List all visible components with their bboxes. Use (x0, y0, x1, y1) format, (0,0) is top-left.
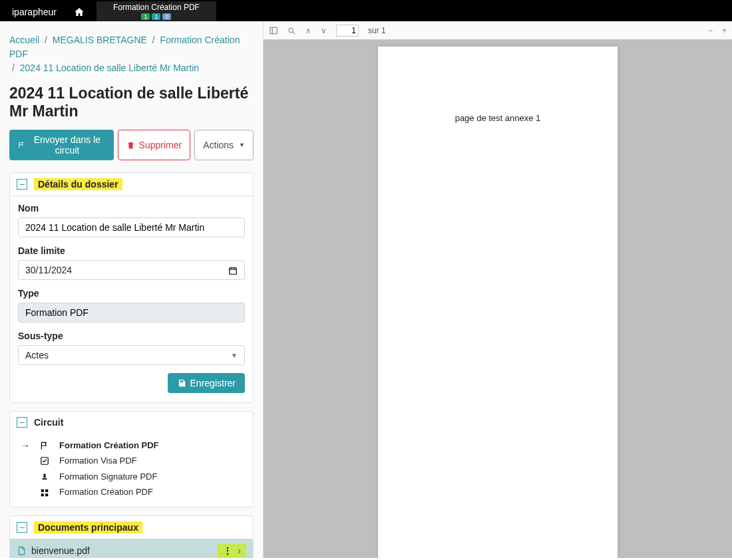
badge: 0 (162, 13, 171, 20)
circuit-step: Formation Visa PDF (17, 453, 246, 469)
chevron-up-icon[interactable]: ∧ (305, 26, 311, 35)
details-title: Détails du dossier (34, 178, 122, 190)
arrow-right-icon: → (21, 440, 30, 450)
pdf-page: page de test annexe 1 (378, 47, 618, 558)
more-icon[interactable]: ⋮ (223, 545, 232, 556)
page-total: sur 1 (368, 26, 386, 35)
sidebar-toggle-icon[interactable] (269, 25, 278, 35)
subtype-label: Sous-type (18, 331, 245, 341)
circuit-step: Formation Création PDF (17, 484, 246, 500)
svg-rect-5 (41, 493, 44, 496)
send-button[interactable]: Envoyer dans le circuit (9, 130, 114, 160)
main-docs-card: − Documents principaux bienvenue.pdf ⋮ › (9, 515, 254, 558)
pdf-content: page de test annexe 1 (455, 113, 541, 123)
tab-title: Formation Création PDF (108, 3, 204, 12)
stamp-icon (39, 471, 50, 482)
date-input[interactable]: 30/11/2024 (18, 260, 245, 280)
caret-down-icon: ▼ (239, 142, 245, 148)
svg-rect-0 (230, 268, 237, 274)
badge: 1 (152, 13, 160, 20)
save-icon (177, 378, 186, 388)
delete-button[interactable]: Supprimer (118, 130, 191, 160)
breadcrumb-link[interactable]: Accueil (9, 35, 39, 45)
name-input[interactable] (18, 217, 245, 237)
flag-icon (18, 140, 25, 150)
pdf-toolbar: ∧ ∨ sur 1 − + (264, 21, 732, 40)
actions-dropdown[interactable]: Actions ▼ (194, 130, 254, 160)
action-buttons: Envoyer dans le circuit Supprimer Action… (9, 130, 254, 160)
pdf-viewer[interactable]: page de test annexe 1 (264, 40, 732, 558)
save-button[interactable]: Enregistrer (168, 373, 245, 393)
svg-rect-6 (45, 493, 48, 496)
svg-rect-7 (270, 27, 277, 33)
tab-badges: 1 1 0 (108, 13, 204, 20)
pdf-file-icon (17, 545, 26, 556)
check-icon (39, 456, 50, 466)
details-card: − Détails du dossier Nom Date limite 30/… (9, 172, 254, 403)
svg-rect-3 (41, 489, 44, 491)
badge: 1 (141, 13, 150, 20)
circuit-title: Circuit (34, 417, 63, 428)
zoom-in-icon[interactable]: + (722, 26, 727, 35)
top-bar: iparapheur Formation Création PDF 1 1 0 (0, 0, 732, 21)
breadcrumb: Accueil / MEGALIS BRETAGNE / Formation C… (9, 33, 254, 75)
circuit-list: → Formation Création PDF Formation Visa … (10, 433, 253, 506)
svg-point-8 (289, 28, 293, 33)
page-title: 2024 11 Location de salle Liberté Mr Mar… (9, 84, 254, 120)
collapse-icon[interactable]: − (17, 179, 27, 190)
date-label: Date limite (18, 245, 245, 256)
document-name: bienvenue.pdf (31, 545, 90, 556)
breadcrumb-link[interactable]: 2024 11 Location de salle Liberté Mr Mar… (20, 63, 199, 73)
home-icon[interactable] (69, 6, 90, 18)
breadcrumb-link[interactable]: MEGALIS BRETAGNE (53, 35, 147, 45)
chevron-right-icon[interactable]: › (238, 545, 241, 556)
grid-icon (39, 487, 50, 497)
circuit-step: Formation Signature PDF (17, 468, 246, 484)
svg-point-2 (43, 474, 46, 476)
document-row[interactable]: bienvenue.pdf ⋮ › (10, 539, 253, 558)
trash-icon (126, 141, 135, 150)
document-actions[interactable]: ⋮ › (218, 544, 246, 557)
collapse-icon[interactable]: − (17, 522, 27, 533)
left-panel: Accueil / MEGALIS BRETAGNE / Formation C… (0, 21, 263, 558)
tab-formation[interactable]: Formation Création PDF 1 1 0 (96, 1, 216, 23)
type-label: Type (18, 288, 245, 299)
circuit-step: → Formation Création PDF (17, 437, 246, 453)
name-label: Nom (18, 203, 245, 213)
svg-rect-4 (45, 489, 48, 491)
brand-label: iparapheur (0, 7, 69, 17)
page-number-input[interactable] (336, 25, 359, 37)
chevron-down-icon[interactable]: ∨ (321, 26, 327, 35)
type-input (18, 303, 245, 323)
pdf-panel: ∧ ∨ sur 1 − + page de test annexe 1 (263, 21, 732, 558)
main-docs-title: Documents principaux (34, 521, 142, 533)
search-icon[interactable] (287, 25, 296, 35)
caret-down-icon: ▼ (231, 352, 238, 359)
zoom-out-icon[interactable]: − (708, 26, 713, 35)
collapse-icon[interactable]: − (17, 417, 27, 428)
calendar-icon (228, 265, 238, 275)
subtype-select[interactable]: Actes ▼ (18, 345, 245, 365)
flag-icon (39, 440, 50, 450)
circuit-card: − Circuit → Formation Création PDF Forma… (9, 411, 254, 507)
